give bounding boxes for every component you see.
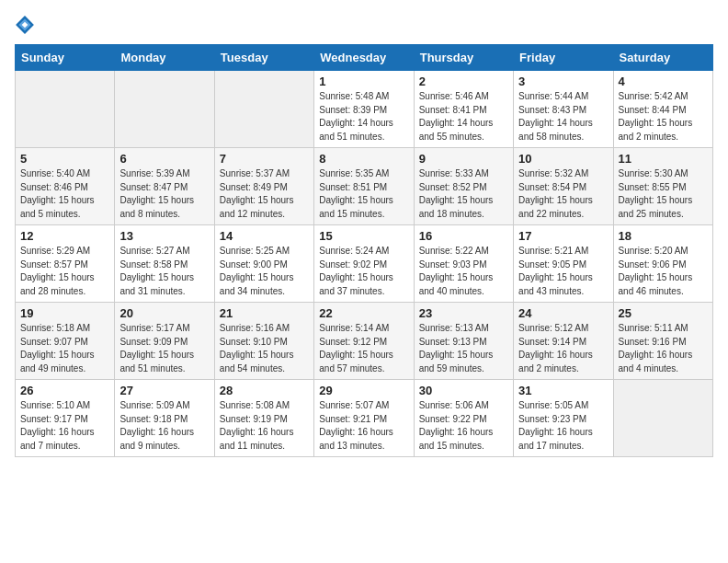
day-info: Sunrise: 5:40 AMSunset: 8:46 PMDaylight:… [20,167,109,221]
day-number: 9 [419,152,508,166]
day-number: 25 [619,306,708,320]
day-number: 31 [518,384,608,397]
day-info: Sunrise: 5:14 AMSunset: 9:12 PMDaylight:… [319,322,408,375]
day-cell: 7Sunrise: 5:37 AMSunset: 8:49 PMDaylight… [214,148,313,225]
day-cell [613,380,712,457]
day-info: Sunrise: 5:37 AMSunset: 8:49 PMDaylight:… [220,167,309,221]
day-info: Sunrise: 5:44 AMSunset: 8:43 PMDaylight:… [518,90,608,144]
day-info: Sunrise: 5:08 AMSunset: 9:19 PMDaylight:… [220,399,309,453]
calendar-table: SundayMondayTuesdayWednesdayThursdayFrid… [15,44,713,457]
day-info: Sunrise: 5:07 AMSunset: 9:21 PMDaylight:… [319,399,408,453]
header-monday: Monday [115,45,214,71]
day-info: Sunrise: 5:20 AMSunset: 9:06 PMDaylight:… [619,245,708,298]
day-info: Sunrise: 5:06 AMSunset: 9:22 PMDaylight:… [419,399,508,453]
day-info: Sunrise: 5:18 AMSunset: 9:07 PMDaylight:… [20,322,109,375]
header [15,15,713,35]
day-number: 12 [20,229,109,243]
day-cell: 29Sunrise: 5:07 AMSunset: 9:21 PMDayligh… [314,380,414,457]
day-number: 6 [119,152,209,166]
day-info: Sunrise: 5:16 AMSunset: 9:10 PMDaylight:… [220,322,309,375]
day-cell: 4Sunrise: 5:42 AMSunset: 8:44 PMDaylight… [613,71,712,148]
day-number: 17 [518,229,608,243]
day-cell: 25Sunrise: 5:11 AMSunset: 9:16 PMDayligh… [613,303,712,380]
day-cell: 15Sunrise: 5:24 AMSunset: 9:02 PMDayligh… [314,225,414,303]
day-number: 30 [419,384,508,397]
day-cell: 20Sunrise: 5:17 AMSunset: 9:09 PMDayligh… [115,303,214,380]
day-number: 29 [319,384,408,397]
day-number: 5 [20,152,109,166]
day-number: 13 [119,229,209,243]
day-info: Sunrise: 5:09 AMSunset: 9:18 PMDaylight:… [119,399,209,453]
week-row-5: 26Sunrise: 5:10 AMSunset: 9:17 PMDayligh… [16,380,713,457]
day-info: Sunrise: 5:25 AMSunset: 9:00 PMDaylight:… [220,245,309,298]
day-info: Sunrise: 5:42 AMSunset: 8:44 PMDaylight:… [619,90,708,144]
day-cell: 26Sunrise: 5:10 AMSunset: 9:17 PMDayligh… [16,380,115,457]
day-cell: 12Sunrise: 5:29 AMSunset: 8:57 PMDayligh… [16,225,115,303]
day-cell: 24Sunrise: 5:12 AMSunset: 9:14 PMDayligh… [514,303,613,380]
day-info: Sunrise: 5:13 AMSunset: 9:13 PMDaylight:… [419,322,508,375]
week-row-3: 12Sunrise: 5:29 AMSunset: 8:57 PMDayligh… [16,225,713,303]
day-info: Sunrise: 5:33 AMSunset: 8:52 PMDaylight:… [419,167,508,221]
day-cell [214,71,313,148]
day-cell: 21Sunrise: 5:16 AMSunset: 9:10 PMDayligh… [214,303,313,380]
day-cell: 14Sunrise: 5:25 AMSunset: 9:00 PMDayligh… [214,225,313,303]
logo-icon [15,15,35,35]
day-number: 1 [319,75,408,88]
day-cell: 17Sunrise: 5:21 AMSunset: 9:05 PMDayligh… [514,225,613,303]
day-number: 27 [119,384,209,397]
day-number: 3 [518,75,608,88]
day-cell: 1Sunrise: 5:48 AMSunset: 8:39 PMDaylight… [314,71,414,148]
day-cell: 11Sunrise: 5:30 AMSunset: 8:55 PMDayligh… [613,148,712,225]
header-sunday: Sunday [16,45,115,71]
week-row-2: 5Sunrise: 5:40 AMSunset: 8:46 PMDaylight… [16,148,713,225]
day-info: Sunrise: 5:10 AMSunset: 9:17 PMDaylight:… [20,399,109,453]
day-cell: 28Sunrise: 5:08 AMSunset: 9:19 PMDayligh… [214,380,313,457]
day-cell: 3Sunrise: 5:44 AMSunset: 8:43 PMDaylight… [514,71,613,148]
day-cell: 22Sunrise: 5:14 AMSunset: 9:12 PMDayligh… [314,303,414,380]
day-info: Sunrise: 5:46 AMSunset: 8:41 PMDaylight:… [419,90,508,144]
day-cell [16,71,115,148]
day-cell: 31Sunrise: 5:05 AMSunset: 9:23 PMDayligh… [514,380,613,457]
day-number: 16 [419,229,508,243]
day-info: Sunrise: 5:05 AMSunset: 9:23 PMDaylight:… [518,399,608,453]
day-info: Sunrise: 5:12 AMSunset: 9:14 PMDaylight:… [518,322,608,375]
day-info: Sunrise: 5:27 AMSunset: 8:58 PMDaylight:… [119,245,209,298]
day-info: Sunrise: 5:39 AMSunset: 8:47 PMDaylight:… [119,167,209,221]
day-info: Sunrise: 5:32 AMSunset: 8:54 PMDaylight:… [518,167,608,221]
day-cell: 6Sunrise: 5:39 AMSunset: 8:47 PMDaylight… [115,148,214,225]
day-number: 10 [518,152,608,166]
day-number: 22 [319,306,408,320]
day-info: Sunrise: 5:22 AMSunset: 9:03 PMDaylight:… [419,245,508,298]
day-number: 21 [220,306,309,320]
day-number: 28 [220,384,309,397]
day-number: 11 [619,152,708,166]
day-number: 15 [319,229,408,243]
day-cell: 19Sunrise: 5:18 AMSunset: 9:07 PMDayligh… [16,303,115,380]
day-number: 23 [419,306,508,320]
day-cell: 2Sunrise: 5:46 AMSunset: 8:41 PMDaylight… [414,71,513,148]
day-number: 8 [319,152,408,166]
header-thursday: Thursday [414,45,513,71]
day-cell [115,71,214,148]
day-cell: 16Sunrise: 5:22 AMSunset: 9:03 PMDayligh… [414,225,513,303]
day-cell: 30Sunrise: 5:06 AMSunset: 9:22 PMDayligh… [414,380,513,457]
day-number: 24 [518,306,608,320]
week-row-4: 19Sunrise: 5:18 AMSunset: 9:07 PMDayligh… [16,303,713,380]
day-info: Sunrise: 5:30 AMSunset: 8:55 PMDaylight:… [619,167,708,221]
day-info: Sunrise: 5:21 AMSunset: 9:05 PMDaylight:… [518,245,608,298]
day-info: Sunrise: 5:29 AMSunset: 8:57 PMDaylight:… [20,245,109,298]
day-number: 2 [419,75,508,88]
day-number: 7 [220,152,309,166]
header-wednesday: Wednesday [314,45,414,71]
day-number: 4 [619,75,708,88]
logo [15,15,39,35]
day-number: 18 [619,229,708,243]
day-cell: 13Sunrise: 5:27 AMSunset: 8:58 PMDayligh… [115,225,214,303]
day-cell: 10Sunrise: 5:32 AMSunset: 8:54 PMDayligh… [514,148,613,225]
day-cell: 5Sunrise: 5:40 AMSunset: 8:46 PMDaylight… [16,148,115,225]
day-info: Sunrise: 5:24 AMSunset: 9:02 PMDaylight:… [319,245,408,298]
day-number: 20 [119,306,209,320]
day-number: 14 [220,229,309,243]
header-friday: Friday [514,45,613,71]
week-row-1: 1Sunrise: 5:48 AMSunset: 8:39 PMDaylight… [16,71,713,148]
